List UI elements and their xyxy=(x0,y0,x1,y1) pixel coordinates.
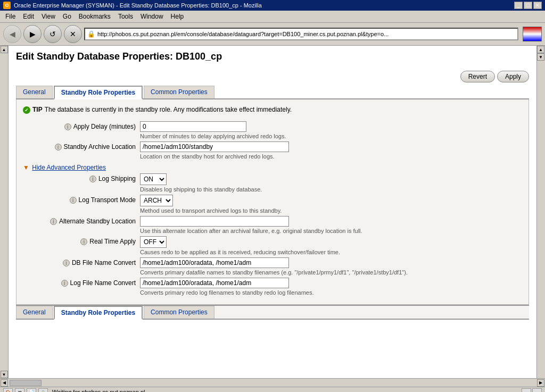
menu-tools[interactable]: Tools xyxy=(115,12,136,21)
tab-standby-role[interactable]: Standby Role Properties xyxy=(54,86,143,99)
menu-bookmarks[interactable]: Bookmarks xyxy=(76,12,114,21)
flag-icon xyxy=(523,27,542,41)
advanced-properties-link[interactable]: Hide Advanced Properties xyxy=(32,164,106,171)
db-file-convert-input[interactable] xyxy=(140,257,289,268)
log-shipping-label: Log Shipping xyxy=(98,175,136,182)
address-bar[interactable]: 🔒 http://phobos.cs.put.poznan.pl/em/cons… xyxy=(84,28,518,40)
standby-archive-input[interactable] xyxy=(140,141,289,152)
standby-archive-help: Location on the standby host for archive… xyxy=(140,153,522,160)
real-time-apply-select[interactable]: OFF ON xyxy=(140,236,167,248)
bottom-tab-standby-role[interactable]: Standby Role Properties xyxy=(54,306,143,320)
scroll-right-down[interactable]: ▼ xyxy=(537,53,544,61)
log-shipping-help: Disables log shipping to this standby da… xyxy=(140,186,522,193)
real-time-apply-help: Causes redo to be applied as it is recei… xyxy=(140,249,522,255)
apply-delay-field-area: Number of minutes to delay applying arch… xyxy=(140,121,522,139)
log-transport-field-area: ARCH LGWR Method used to transport archi… xyxy=(140,195,522,214)
status-icon-2: ✉ xyxy=(15,388,24,392)
db-file-convert-field-area: Converts primary datafile names to stand… xyxy=(140,257,522,276)
scroll-left-arrow[interactable]: ◀ xyxy=(1,379,8,387)
standby-archive-field-area: Location on the standby host for archive… xyxy=(140,141,522,160)
log-transport-label: Log Transport Mode xyxy=(79,196,136,204)
alternate-standby-row: i Alternate Standby Location Use this al… xyxy=(23,216,522,234)
menu-go[interactable]: Go xyxy=(60,12,75,21)
log-shipping-label-area: i Log Shipping xyxy=(23,173,140,182)
db-file-convert-info-icon[interactable]: i xyxy=(63,260,70,266)
tip-text: The database is currently in the standby… xyxy=(45,106,292,113)
status-icon-4: 🔒 xyxy=(38,388,48,392)
bottom-tab-common[interactable]: Common Properties xyxy=(144,306,214,319)
tab-common[interactable]: Common Properties xyxy=(144,86,214,98)
maximize-button[interactable]: □ xyxy=(524,2,532,9)
log-file-convert-input[interactable] xyxy=(140,278,289,288)
db-file-convert-label: DB File Name Convert xyxy=(72,259,136,266)
menu-help[interactable]: Help xyxy=(168,12,187,21)
db-file-convert-help: Converts primary datafile names to stand… xyxy=(140,269,522,276)
address-text: http://phobos.cs.put.poznan.pl/em/consol… xyxy=(97,31,515,37)
title-text: Oracle Enterprise Manager (SYSMAN) - Edi… xyxy=(14,2,262,9)
scroll-right-arrow[interactable]: ▶ xyxy=(537,379,544,387)
log-file-convert-label: Log File Name Convert xyxy=(70,279,136,287)
tabs: General Standby Role Properties Common P… xyxy=(16,86,529,99)
apply-delay-help: Number of minutes to delay applying arch… xyxy=(140,133,522,139)
real-time-apply-label-area: i Real Time Apply xyxy=(23,236,140,245)
alternate-standby-info-icon[interactable]: i xyxy=(50,218,57,225)
menu-file[interactable]: File xyxy=(2,12,19,21)
apply-button[interactable]: Apply xyxy=(497,71,529,82)
db-file-convert-label-area: i DB File Name Convert xyxy=(23,257,140,266)
tip-icon: ✓ xyxy=(23,106,30,114)
revert-button[interactable]: Revert xyxy=(460,71,495,82)
scroll-up-arrow[interactable]: ▲ xyxy=(1,46,8,53)
alternate-standby-input[interactable] xyxy=(140,216,289,227)
scroll-down-arrow[interactable]: ▼ xyxy=(1,371,8,378)
db-file-convert-row: i DB File Name Convert Converts primary … xyxy=(23,257,522,276)
real-time-apply-field-area: OFF ON Causes redo to be applied as it i… xyxy=(140,236,522,255)
log-transport-help: Method used to transport archived logs t… xyxy=(140,207,522,214)
apply-delay-label: Apply Delay (minutes) xyxy=(73,123,136,130)
back-button[interactable]: ◀ xyxy=(3,25,21,43)
standby-archive-label-area: i Standby Archive Location xyxy=(23,141,140,151)
apply-delay-label-area: i Apply Delay (minutes) xyxy=(23,121,140,130)
log-transport-label-area: i Log Transport Mode xyxy=(23,195,140,204)
real-time-apply-info-icon[interactable]: i xyxy=(80,238,87,245)
menu-window[interactable]: Window xyxy=(137,12,167,21)
log-transport-info-icon[interactable]: i xyxy=(70,197,77,204)
bottom-tab-general[interactable]: General xyxy=(16,306,53,319)
scroll-right-up[interactable]: ▲ xyxy=(537,46,544,53)
minimize-button[interactable]: _ xyxy=(514,2,523,9)
log-file-convert-info-icon[interactable]: i xyxy=(61,280,68,287)
close-button[interactable]: ✕ xyxy=(533,2,542,9)
collapse-arrow-icon: ▼ xyxy=(23,164,29,171)
alternate-standby-help: Use this alternate location after an arc… xyxy=(140,228,522,234)
standby-archive-info-icon[interactable]: i xyxy=(55,144,62,151)
menu-bar: File Edit View Go Bookmarks Tools Window… xyxy=(0,11,545,23)
log-shipping-info-icon[interactable]: i xyxy=(89,176,96,182)
log-transport-select[interactable]: ARCH LGWR xyxy=(140,195,173,206)
window-controls[interactable]: _ □ ✕ xyxy=(514,2,542,9)
forward-button[interactable]: ▶ xyxy=(23,25,42,43)
reload-button[interactable]: ↺ xyxy=(44,25,62,43)
tab-general[interactable]: General xyxy=(16,86,53,98)
status-bar: 🏠 ✉ 📄 🔒 Waiting for phobos.cs.put.poznan… xyxy=(0,387,545,392)
log-shipping-select[interactable]: ON OFF xyxy=(140,173,167,185)
bottom-tabs: General Standby Role Properties Common P… xyxy=(16,305,529,320)
top-buttons: Revert Apply xyxy=(16,71,529,82)
toolbar: ◀ ▶ ↺ ✕ 🔒 http://phobos.cs.put.poznan.pl… xyxy=(0,23,545,46)
main-content: Edit Standby Database Properties: DB100_… xyxy=(9,46,536,378)
scroll-h-thumb[interactable] xyxy=(10,380,42,386)
content-area: ✓ TIP The database is currently in the s… xyxy=(16,99,529,305)
log-file-convert-row: i Log File Name Convert Converts primary… xyxy=(23,278,522,296)
stop-button[interactable]: ✕ xyxy=(64,25,82,43)
alternate-standby-label: Alternate Standby Location xyxy=(59,218,136,225)
status-icons: 🏠 ✉ 📄 🔒 xyxy=(3,388,48,392)
apply-delay-info-icon[interactable]: i xyxy=(64,123,71,130)
log-file-convert-label-area: i Log File Name Convert xyxy=(23,278,140,287)
alternate-standby-label-area: i Alternate Standby Location xyxy=(23,216,140,225)
menu-edit[interactable]: Edit xyxy=(20,12,37,21)
log-file-convert-help: Converts primary redo log filenames to s… xyxy=(140,289,522,296)
menu-view[interactable]: View xyxy=(38,12,59,21)
apply-delay-input[interactable] xyxy=(140,121,246,132)
bottom-scrollbar: ◀ ▶ xyxy=(0,378,545,387)
right-scrollbar[interactable]: ▲ ▼ xyxy=(536,46,545,378)
app-icon: O xyxy=(3,2,11,9)
advanced-section: ▼ Hide Advanced Properties xyxy=(23,164,522,171)
